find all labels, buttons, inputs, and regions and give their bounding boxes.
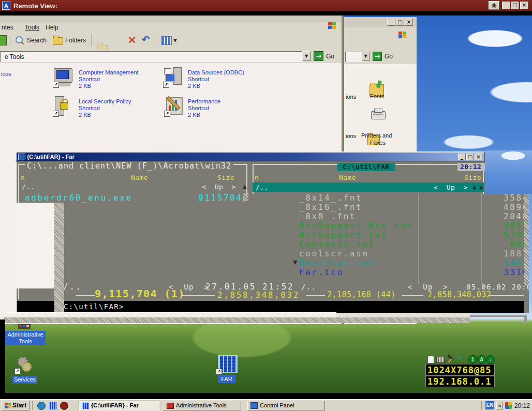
shortcut-item-data-sources[interactable]: ↗ Data Sources (ODBC) Shortcut 2 KB <box>163 67 272 91</box>
quick-launch-app-icon[interactable] <box>60 402 68 410</box>
views-dropdown-arrow[interactable]: ▼ <box>173 37 177 43</box>
file-name[interactable]: Descript.ion <box>299 258 375 268</box>
address-dropdown-button[interactable]: ▼ <box>362 52 370 61</box>
fullscreen-globe-button[interactable]: ◉ <box>489 1 499 10</box>
far-window-titlebar[interactable]: {C:\util\FAR} - Far _ □ × <box>16 151 485 162</box>
tray-clock[interactable]: 20:12 <box>514 402 530 409</box>
minimize-button[interactable]: _ <box>458 154 466 160</box>
desktop-icon-far-label[interactable]: FAR <box>218 375 235 383</box>
shortcut-item-performance[interactable]: ↗ Performance Shortcut 2 KB <box>163 96 272 120</box>
printers-label-line1[interactable]: Printers and <box>361 132 392 139</box>
file-name[interactable]: ArcSupport.Rus.txt <box>299 221 413 231</box>
keyboard-icon[interactable] <box>436 357 445 363</box>
file-size: 608 <box>486 240 529 249</box>
right-panel-up-row-name[interactable]: /.. <box>256 184 269 192</box>
frame-line <box>182 295 215 296</box>
left-panel-file-name[interactable]: adberdr60_enu.exe <box>25 193 132 203</box>
address-dropdown-button[interactable]: ▼ <box>302 51 311 61</box>
fonts-label[interactable]: Fonts <box>370 93 385 100</box>
shortcut-arrow-icon: ↗ <box>216 369 222 375</box>
taskbar-task-control-panel[interactable]: Control Panel <box>247 401 325 410</box>
maximize-button[interactable]: □ <box>396 19 404 26</box>
go-button-icon[interactable]: → <box>373 52 382 61</box>
file-size: 5015 <box>486 221 529 231</box>
right-panel-scrollbar[interactable] <box>524 193 529 285</box>
toolbar-separator <box>10 34 10 47</box>
remote-view-black-strip <box>0 11 532 16</box>
views-icon[interactable] <box>161 36 172 45</box>
scroll-down-arrow-icon[interactable]: ▼ <box>293 260 297 266</box>
maximize-button[interactable]: □ <box>511 2 519 9</box>
quick-launch-far-icon[interactable] <box>49 402 57 410</box>
left-panel-up-row-name[interactable]: /.. <box>22 183 35 191</box>
scroll-up-arrow-icon[interactable]: ▲ <box>243 184 247 190</box>
file-name[interactable]: Far.ico <box>299 268 344 277</box>
left-panel-status-file: /.. <box>63 282 82 292</box>
left-panel-totals-free: 2,858,348,032 <box>217 291 300 300</box>
admin-tools-desktop-icon-fragment[interactable] <box>18 324 31 329</box>
desktop-icon-services[interactable]: ↗ <box>13 356 34 374</box>
taskbar-task-far[interactable]: {C:\util\FAR} - Far <box>79 401 159 410</box>
search-button-label[interactable]: Search <box>27 37 47 44</box>
minimize-button[interactable]: _ <box>387 19 395 26</box>
file-name[interactable]: coolscr.asm <box>299 249 369 258</box>
folders-button-label[interactable]: Folders <box>65 37 86 44</box>
far-command-prompt: C:\util\FAR> <box>64 302 124 311</box>
shortcut-item-computer-management[interactable]: ↗ Computer Management Shortcut 2 KB <box>52 67 160 91</box>
frame-line <box>76 295 95 296</box>
close-button[interactable]: × <box>405 19 413 26</box>
language-indicator[interactable]: EN <box>485 401 494 409</box>
letterbox-strip-left <box>0 319 5 399</box>
scroll-up-arrow-icon[interactable]: ▲ <box>479 184 483 190</box>
printer-icon[interactable] <box>371 111 386 119</box>
remote-view-titlebar[interactable]: A Remote View: ◉ _ □ × <box>0 0 532 11</box>
close-button[interactable]: × <box>520 2 528 9</box>
scroll-up-arrow-icon[interactable]: ▲ <box>472 184 477 190</box>
menu-help[interactable]: Help <box>46 24 58 31</box>
file-name[interactable]: ArcSupport.txt <box>299 231 388 240</box>
close-button[interactable]: × <box>475 154 482 160</box>
go-button-label[interactable]: Go <box>385 53 393 60</box>
desktop-icon-far[interactable]: ↗ <box>217 355 237 374</box>
maximize-button[interactable]: □ <box>466 154 474 160</box>
quick-launch-ie-icon[interactable] <box>37 402 46 410</box>
toolbar-separator <box>91 34 92 47</box>
osd-badge-1: 1 <box>468 355 477 364</box>
left-panel-scrollbar-thumb[interactable] <box>243 193 248 201</box>
file-size: 1442 <box>486 258 529 268</box>
menu-favorites-partial[interactable]: rites <box>2 24 13 31</box>
file-name[interactable]: _8x14_.fnt <box>299 193 362 203</box>
tray-graphics-icon[interactable] <box>505 402 512 409</box>
file-name[interactable]: Contacts.txt <box>299 240 375 249</box>
up-folder-icon-partial[interactable] <box>0 35 7 45</box>
hand-icon[interactable] <box>427 356 434 363</box>
desktop-icon-services-label[interactable]: Services <box>12 376 37 384</box>
right-panel-col-separator <box>418 193 419 284</box>
far-clock: 20:12 <box>460 163 481 171</box>
right-panel-sort-indicator: n <box>255 174 259 182</box>
file-name[interactable]: _8x8_.fnt <box>299 212 356 221</box>
file-name[interactable]: _8x16_.fnt <box>299 203 362 212</box>
shortcut-item-local-security-policy[interactable]: ↗ Local Security Policy Shortcut 2 KB <box>52 96 160 120</box>
delete-x-icon[interactable]: × <box>127 33 137 47</box>
minimize-button[interactable]: _ <box>502 2 510 9</box>
menu-tools[interactable]: Tools <box>25 24 39 31</box>
admin-tools-label-line2: Tools <box>6 338 45 345</box>
address-combo-field[interactable] <box>345 52 363 62</box>
printers-label-line2[interactable]: Faxes <box>370 140 386 146</box>
far-console[interactable]: C:\...and client\NEW (F_)\Acrobat\win32 … <box>17 162 529 313</box>
start-button[interactable]: Start <box>1 401 29 410</box>
address-combo-field[interactable]: e Tools <box>0 51 303 62</box>
taskbar-task-admin-tools[interactable]: Administrative Tools <box>164 401 241 410</box>
redo-arrow-icon[interactable]: ↷ <box>456 355 462 362</box>
go-button-label[interactable]: Go <box>326 53 334 60</box>
desktop-icon-admin-tools-label[interactable]: Administrative Tools <box>5 331 46 345</box>
folders-icon[interactable] <box>53 37 63 45</box>
tray-chevron-button[interactable]: « <box>496 402 503 409</box>
far-command-line[interactable]: C:\util\FAR> <box>17 301 524 313</box>
osd-resolution-box: 1024X768@85 <box>425 364 495 376</box>
frame-line <box>489 295 524 296</box>
titlebar-sliver[interactable] <box>0 16 342 22</box>
go-button-icon[interactable]: → <box>314 51 323 61</box>
undo-arrow-icon[interactable]: ↶ <box>142 33 150 45</box>
